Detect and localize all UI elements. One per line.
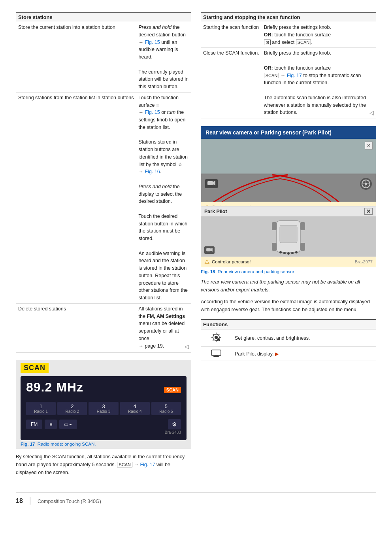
park-pilot-car-view xyxy=(201,217,376,256)
table-row: Storing sta­tions from the station list … xyxy=(16,92,191,303)
fig17-caption: Fig. 17 Radio mode: ongoing SCAN. xyxy=(21,442,187,446)
footer-divider: | xyxy=(29,496,31,505)
function-row-glare: Set glare, contrast and brightness. xyxy=(201,329,376,347)
bra-ref-scan: Bra-2433 xyxy=(26,430,181,435)
rear-view-desc-1: The rear view camera and the parking sen… xyxy=(201,278,376,294)
park-pilot-cam-icon xyxy=(204,246,215,254)
media-button[interactable]: ▭··· xyxy=(59,420,77,429)
svg-rect-16 xyxy=(300,243,305,251)
scan-inline-close: SCAN xyxy=(264,73,279,78)
svg-rect-15 xyxy=(272,243,277,251)
park-pilot-close-btn[interactable]: ✕ xyxy=(364,208,373,215)
function-park-text: Park Pilot display. ▶ xyxy=(232,347,376,361)
scan-start-row: Starting the scan function Briefly press… xyxy=(201,22,376,48)
scan-radio-display: 89.2 MHz SCAN 1 Radio 1 2 Radio 2 xyxy=(21,376,187,440)
list-button[interactable]: ≡ xyxy=(45,420,57,429)
park-pilot-box: Park Pilot ✕ xyxy=(201,206,376,267)
preset-num-4: 4 xyxy=(121,403,149,409)
svg-rect-36 xyxy=(211,350,221,355)
preset-num-3: 3 xyxy=(89,403,117,409)
brightness-icon-cell xyxy=(201,329,232,347)
park-warning-icon: ⚠ xyxy=(204,258,209,265)
fig18-caption-block: Fig. 18 Rear view camera and parking sen… xyxy=(201,269,376,274)
preset-5[interactable]: 5 Radio 5 xyxy=(151,402,181,415)
park-pilot-title: Park Pilot xyxy=(204,209,227,214)
row-content-delete: All stations stored in the FM, AM Settin… xyxy=(136,303,191,352)
functions-title: Functions xyxy=(201,320,376,329)
preset-label-2: Radio 2 xyxy=(58,409,86,414)
preset-label-3: Radio 3 xyxy=(89,409,117,414)
triangle-right-icon: ◁ xyxy=(185,342,189,351)
arrow-right-icon: ▶ xyxy=(275,351,279,357)
rear-camera-image-box: ✕ xyxy=(201,139,376,202)
svg-line-32 xyxy=(219,334,220,335)
fig15-link-2[interactable]: Fig. 15 xyxy=(145,110,160,115)
preset-3[interactable]: 3 Radio 3 xyxy=(89,402,118,415)
fig18-text: Rear view camera and parking sensor xyxy=(218,269,294,274)
function-row-park: Park Pilot display. ▶ xyxy=(201,347,376,361)
table-row: Store the cur­rent station in­to a stati… xyxy=(16,22,191,93)
scan-close-label: Close the SCAN function. xyxy=(201,48,262,119)
svg-rect-0 xyxy=(201,139,376,174)
scan-start-content: Briefly press the settings knob. OR: tou… xyxy=(262,22,376,48)
svg-point-6 xyxy=(365,183,367,185)
park-pilot-header: Park Pilot ✕ xyxy=(201,206,376,217)
scan-frequency: 89.2 MHz xyxy=(26,380,83,395)
svg-rect-37 xyxy=(215,355,218,356)
scan-close-row: Close the SCAN function. Briefly press t… xyxy=(201,48,376,119)
svg-line-30 xyxy=(213,334,214,335)
camera-close-button[interactable]: ✕ xyxy=(365,142,373,149)
scan-title-text: SCAN xyxy=(21,363,49,373)
fm-button[interactable]: FM xyxy=(26,420,42,429)
svg-marker-4 xyxy=(213,181,215,185)
brightness-contrast-icon xyxy=(211,332,222,343)
rear-view-desc-2: According to the vehicle version the ext… xyxy=(201,298,376,314)
park-pilot-warning-bar: ⚠ Controlar percurso! Bra-2977 xyxy=(201,256,376,267)
scan-controls-row: FM ≡ ▭··· ⚙ xyxy=(26,419,181,429)
preset-num-2: 2 xyxy=(58,403,86,409)
preset-2[interactable]: 2 Radio 2 xyxy=(57,402,87,415)
fig17-link[interactable]: Fig. 17 xyxy=(140,462,155,467)
preset-label-4: Radio 4 xyxy=(121,409,149,414)
scan-close-content: Briefly press the settings knob. OR: tou… xyxy=(262,48,376,119)
scan-stop-table: Starting and stopping the scan function … xyxy=(201,12,376,119)
fig17-link-2[interactable]: Fig. 17 xyxy=(287,73,302,78)
park-display-icon-cell xyxy=(201,347,232,361)
svg-point-18 xyxy=(283,252,286,254)
preset-num-1: 1 xyxy=(27,403,55,409)
scan-select-badge: SCAN xyxy=(296,40,311,45)
preset-1[interactable]: 1 Radio 1 xyxy=(26,402,56,415)
bra-ref: Bra-2977 xyxy=(355,259,373,264)
row-label-store-current: Store the cur­rent station in­to a stati… xyxy=(16,22,136,93)
scan-start-label: Starting the scan function xyxy=(201,22,262,48)
function-surface-icon: ⊡ xyxy=(264,40,271,45)
scan-description: By selecting the SCAN function, all stat… xyxy=(16,453,191,476)
settings-gear-button[interactable]: ⚙ xyxy=(168,419,181,429)
scan-inline-badge: SCAN xyxy=(117,462,132,467)
model-name: Composition Touch (R 340G) xyxy=(38,499,101,504)
svg-line-33 xyxy=(213,340,214,341)
row-content-store-current: Press and hold the desired sta­tion butt… xyxy=(136,22,191,93)
svg-rect-22 xyxy=(206,248,211,251)
fig17-text: Radio mode: ongoing SCAN. xyxy=(38,442,96,446)
svg-point-17 xyxy=(279,251,282,253)
page-number: 18 xyxy=(16,497,23,505)
scan-presets: 1 Radio 1 2 Radio 2 3 Radio 3 4 xyxy=(26,402,181,415)
fig17-number: Fig. 17 xyxy=(21,442,35,446)
svg-rect-13 xyxy=(272,222,277,230)
row-content-storing: Touch the function surface ≡ → Fig. 15 o… xyxy=(136,92,191,303)
fig15-link-1[interactable]: Fig. 15 xyxy=(145,40,160,45)
preset-4[interactable]: 4 Radio 4 xyxy=(120,402,150,415)
svg-marker-23 xyxy=(211,248,213,251)
functions-table: Functions xyxy=(201,319,376,361)
svg-rect-14 xyxy=(300,222,305,230)
wheel-icon xyxy=(360,178,372,190)
fig16-link[interactable]: Fig. 16 xyxy=(145,169,160,174)
preset-label-1: Radio 1 xyxy=(27,409,55,414)
fig18-number: Fig. 18 xyxy=(201,269,215,274)
row-label-storing: Storing sta­tions from the station list … xyxy=(16,92,136,303)
camera-icon-btn[interactable] xyxy=(205,179,218,188)
svg-rect-38 xyxy=(213,356,219,357)
svg-rect-12 xyxy=(280,225,297,243)
svg-rect-3 xyxy=(207,181,213,185)
